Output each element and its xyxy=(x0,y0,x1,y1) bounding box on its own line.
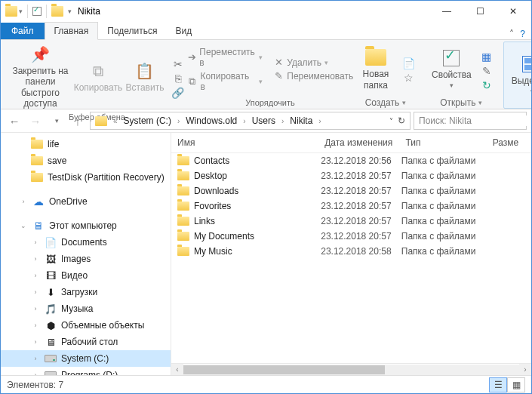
table-row[interactable]: Desktop23.12.2018 20:57Папка с файлами xyxy=(171,168,531,183)
navigation-bar: ← → ▾ ↑ « System (C:)› Windows.old› User… xyxy=(1,109,531,132)
tree-item[interactable]: ›Programs (D:) xyxy=(1,367,171,375)
col-size[interactable]: Разме xyxy=(487,136,531,149)
copy-button[interactable]: ⧉ Копировать xyxy=(77,58,119,96)
tree-this-pc[interactable]: ⌄🖥Этот компьютер xyxy=(1,217,171,234)
file-list[interactable]: Contacts23.12.2018 20:56Папка с файламиD… xyxy=(171,153,531,363)
pin-icon: 📌 xyxy=(29,45,51,64)
new-folder-qat-icon[interactable] xyxy=(51,6,63,17)
new-item-icon[interactable]: 📄 xyxy=(401,57,417,70)
crumb[interactable]: System (C:) xyxy=(121,114,174,128)
table-row[interactable]: Downloads23.12.2018 20:57Папка с файлами xyxy=(171,183,531,199)
navigation-pane[interactable]: life save TestDisk (Partition Recovery) … xyxy=(1,133,171,375)
open-icon[interactable]: ▦ xyxy=(479,50,494,63)
properties-icon xyxy=(441,48,462,68)
tab-share[interactable]: Поделиться xyxy=(98,23,166,39)
ribbon: 📌 Закрепить на панели быстрого доступа ⧉… xyxy=(1,40,531,109)
crumb[interactable]: Nikita xyxy=(287,114,315,128)
delete-button[interactable]: ✕Удалить▾ xyxy=(272,57,355,69)
group-label-open: Открыть xyxy=(440,97,475,108)
address-dropdown-icon[interactable]: ˅ xyxy=(389,117,393,125)
status-item-count: Элементов: 7 xyxy=(7,380,63,390)
titlebar: ▾ ▾ Nikita — ☐ ✕ xyxy=(1,1,531,22)
minimize-button[interactable]: — xyxy=(430,1,463,22)
tree-item[interactable]: ›🎞Видео xyxy=(1,267,171,284)
easy-access-icon[interactable]: ☆ xyxy=(401,71,417,85)
tree-item[interactable]: life xyxy=(1,136,171,152)
maximize-button[interactable]: ☐ xyxy=(463,1,497,22)
column-headers[interactable]: Имя Дата изменения Тип Разме xyxy=(171,133,531,153)
forward-button[interactable]: → xyxy=(26,112,45,130)
folder-icon: 🎵 xyxy=(45,303,57,315)
folder-icon xyxy=(177,156,189,165)
tab-view[interactable]: Вид xyxy=(166,23,201,39)
view-large-button[interactable]: ▦ xyxy=(507,377,525,392)
scroll-left-button[interactable]: ‹ xyxy=(171,364,183,376)
select-button[interactable]: Выделить ▾ xyxy=(509,51,532,99)
search-box[interactable]: 🔍 xyxy=(414,112,527,130)
table-row[interactable]: Contacts23.12.2018 20:56Папка с файлами xyxy=(171,153,531,168)
folder-icon xyxy=(177,232,189,241)
back-button[interactable]: ← xyxy=(5,112,23,130)
table-row[interactable]: Links23.12.2018 20:57Папка с файлами xyxy=(171,214,531,229)
tree-item[interactable]: ›🖥Рабочий стол xyxy=(1,334,171,350)
paste-icon: 📋 xyxy=(134,61,155,81)
tab-file[interactable]: Файл xyxy=(1,23,45,39)
ribbon-collapse-icon[interactable]: ˄ xyxy=(509,29,514,39)
copy-to-icon: ⧉ xyxy=(187,76,198,87)
folder-icon xyxy=(177,247,189,256)
tree-item[interactable]: save xyxy=(1,152,171,169)
close-button[interactable]: ✕ xyxy=(497,1,530,22)
tree-item[interactable]: ›System (C:) xyxy=(1,350,171,367)
scroll-thumb[interactable] xyxy=(183,365,385,374)
tab-home[interactable]: Главная xyxy=(45,22,99,40)
search-input[interactable] xyxy=(419,115,532,126)
tree-item[interactable]: ›🎵Музыка xyxy=(1,300,171,317)
horizontal-scrollbar[interactable]: ‹ › xyxy=(171,363,531,375)
properties-button[interactable]: Свойства ▾ xyxy=(429,45,475,93)
col-type[interactable]: Тип xyxy=(399,136,486,149)
pin-quick-access-button[interactable]: 📌 Закрепить на панели быстрого доступа xyxy=(8,42,72,112)
tree-item[interactable]: ›🖼Images xyxy=(1,251,171,267)
crumb[interactable]: Users xyxy=(249,114,278,128)
tree-item[interactable]: ›⬢Объемные объекты xyxy=(1,317,171,334)
view-details-button[interactable]: ☰ xyxy=(489,377,507,392)
drive-icon xyxy=(45,369,57,375)
properties-qat-icon[interactable] xyxy=(32,7,42,16)
history-dropdown[interactable]: ▾ xyxy=(48,112,66,130)
scroll-right-button[interactable]: › xyxy=(519,364,531,376)
refresh-icon[interactable]: ↻ xyxy=(398,115,405,126)
window-title: Nikita xyxy=(78,6,100,17)
file-pane: Имя Дата изменения Тип Разме Contacts23.… xyxy=(171,133,531,375)
table-row[interactable]: My Music23.12.2018 20:58Папка с файлами xyxy=(171,244,531,259)
new-folder-icon xyxy=(365,48,386,67)
qat-dropdown-icon[interactable]: ▾ xyxy=(68,8,72,15)
delete-icon: ✕ xyxy=(273,57,284,68)
status-bar: Элементов: 7 ☰ ▦ xyxy=(1,375,531,393)
history-icon[interactable]: ↻ xyxy=(479,78,494,92)
table-row[interactable]: Fovorites23.12.2018 20:57Папка с файлами xyxy=(171,199,531,214)
tree-item[interactable]: TestDisk (Partition Recovery) xyxy=(1,169,171,186)
folder-icon: 🎞 xyxy=(45,269,57,282)
address-bar[interactable]: « System (C:)› Windows.old› Users› Nikit… xyxy=(90,112,411,130)
ribbon-tabs: Файл Главная Поделиться Вид ˄ ? xyxy=(1,22,531,40)
drive-icon xyxy=(45,352,57,365)
col-name[interactable]: Имя xyxy=(171,136,318,149)
crumb[interactable]: Windows.old xyxy=(183,114,240,128)
help-icon[interactable]: ? xyxy=(520,29,525,39)
rename-button[interactable]: ✎Переименовать xyxy=(272,70,355,82)
copy-to-button[interactable]: ⧉Копировать в▾ xyxy=(186,70,265,93)
group-label-new: Создать xyxy=(365,97,400,108)
tree-item[interactable]: ›📄Documents xyxy=(1,234,171,251)
table-row[interactable]: My Documents23.12.2018 20:57Папка с файл… xyxy=(171,229,531,244)
move-to-button[interactable]: ➔Переместить в▾ xyxy=(186,46,265,69)
tree-item[interactable]: ›⬇Загрузки xyxy=(1,284,171,300)
col-date[interactable]: Дата изменения xyxy=(318,136,399,149)
folder-icon: 🖼 xyxy=(45,253,57,265)
tree-onedrive[interactable]: ›☁OneDrive xyxy=(1,193,171,210)
paste-button[interactable]: 📋 Вставить xyxy=(124,58,166,96)
edit-icon[interactable]: ✎ xyxy=(479,64,494,78)
new-folder-button[interactable]: Новая папка xyxy=(355,45,397,94)
chevron-down-icon[interactable]: ▾ xyxy=(19,8,23,15)
rename-icon: ✎ xyxy=(273,71,284,82)
up-button[interactable]: ↑ xyxy=(69,112,87,130)
